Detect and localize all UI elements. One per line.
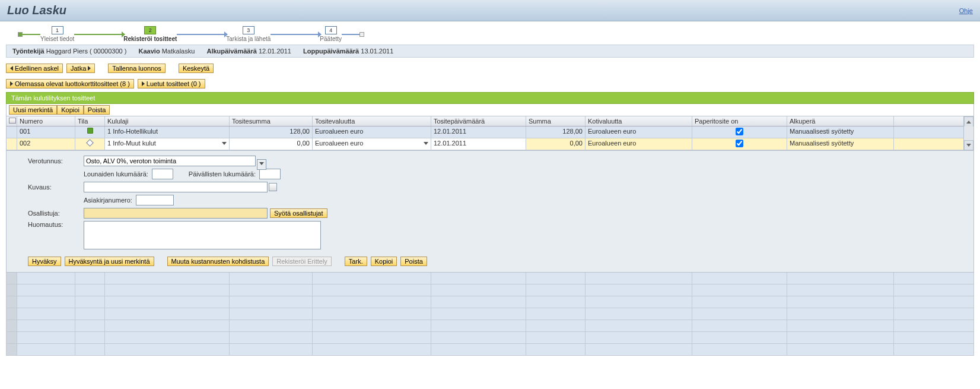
verotunnus-label: Verotunnus: (28, 157, 84, 165)
next-step-button[interactable]: Jatka (66, 64, 95, 73)
accept-and-new-button[interactable]: Hyväksyntä ja uusi merkintä (65, 257, 154, 266)
page-header: Luo Lasku Ohje (0, 0, 980, 21)
paper-receipt-checkbox[interactable] (736, 128, 743, 135)
triangle-right-icon (88, 66, 91, 71)
table-row[interactable]: 002 1 Info-Muut kulut 0,00 Euroalueen eu… (7, 138, 973, 150)
cell-tositesumma[interactable]: 0,00 (230, 138, 313, 150)
wizard-roadmap: 1 Yleiset tiedot 2 Rekisteröi tositteet … (0, 21, 980, 45)
wizard-step-1[interactable]: 1 Yleiset tiedot (40, 26, 74, 42)
row-selector[interactable] (7, 138, 17, 150)
delete-detail-button[interactable]: Poista (400, 257, 427, 266)
col-kululaji[interactable]: Kululaji (105, 116, 230, 126)
asiakirja-label: Asiakirjanumero: (84, 197, 132, 204)
cell-tositevaluutta[interactable]: Euroalueen euro (313, 138, 431, 150)
paper-receipt-checkbox[interactable] (736, 140, 743, 147)
syota-osallistujat-button[interactable]: Syötä osallistujat (270, 208, 327, 218)
dropdown-icon[interactable] (257, 159, 266, 170)
col-summa[interactable]: Summa (526, 116, 586, 126)
col-alkupera[interactable]: Alkuperä (787, 116, 894, 126)
page-title: Luo Lasku (7, 4, 66, 17)
table-row[interactable]: 001 1 Info-Hotellikulut 128,00 Euroaluee… (7, 126, 973, 138)
row-selector[interactable] (7, 126, 17, 138)
cell-paperitosite[interactable] (692, 126, 787, 138)
kuvaus-input[interactable] (84, 182, 268, 192)
cell-numero: 001 (17, 126, 75, 138)
cell-kululaji[interactable]: 1 Info-Muut kulut (105, 138, 230, 150)
cell-summa: 128,00 (526, 126, 586, 138)
triangle-left-icon (10, 66, 13, 71)
cell-paperitosite[interactable] (692, 138, 787, 150)
check-button[interactable]: Tark. (345, 257, 367, 266)
col-tositevaluutta[interactable]: Tositevaluutta (313, 116, 431, 126)
scroll-down-button[interactable] (964, 140, 973, 150)
cell-tositevaluutta: Euroalueen euro (313, 126, 431, 138)
verotunnus-select[interactable] (84, 156, 256, 166)
previous-step-button[interactable]: Edellinen askel (6, 64, 63, 73)
register-itemization-button: Rekisteröi Erittely (272, 257, 332, 266)
cell-kotivaluutta: Euroalueen euro (586, 138, 692, 150)
detail-action-row: Hyväksy Hyväksyntä ja uusi merkintä Muut… (28, 257, 968, 266)
receipt-toggles: Olemassa olevat luottokorttitositteet (8… (0, 79, 980, 92)
paivallisten-input[interactable] (259, 169, 281, 179)
dropdown-icon (424, 142, 428, 145)
copy-button[interactable]: Kopioi (57, 105, 84, 115)
asiakirja-input[interactable] (136, 195, 174, 205)
status-ok-icon (87, 128, 93, 134)
col-tositesumma[interactable]: Tositesumma (230, 116, 313, 126)
wizard-step-3[interactable]: 3 Tarkista ja lähetä (226, 26, 271, 42)
selector-icon (9, 118, 16, 124)
cell-tositepvm[interactable]: 12.01.2011 (431, 138, 526, 150)
save-draft-button[interactable]: Tallenna luonnos (108, 64, 166, 73)
cancel-button[interactable]: Keskeytä (179, 64, 214, 73)
huomautus-label: Huomautus: (28, 221, 84, 228)
trip-info-bar: Työntekijä Haggard Piers ( 00000300 ) Ka… (6, 45, 974, 58)
wizard-start-marker (18, 32, 23, 37)
copy-detail-button[interactable]: Kopioi (371, 257, 397, 266)
arrow-down-icon (966, 144, 971, 147)
read-receipts-toggle[interactable]: Luetut tositteet (0 ) (138, 79, 205, 88)
wizard-step-4[interactable]: 4 Päätetty (320, 26, 342, 42)
huomautus-textarea[interactable] (84, 221, 321, 249)
scroll-up-button[interactable] (964, 116, 973, 126)
cell-tila (75, 138, 105, 150)
kuvaus-label: Kuvaus: (28, 184, 84, 191)
empty-grid-rows (6, 273, 974, 356)
select-all-header[interactable] (7, 116, 17, 126)
cell-alkupera: Manuaalisesti syötetty (787, 138, 894, 150)
col-paperitosite[interactable]: Paperitosite on (692, 116, 787, 126)
col-kotivaluutta[interactable]: Kotivaluutta (586, 116, 692, 126)
change-cost-assignment-button[interactable]: Muuta kustannusten kohdistusta (167, 257, 269, 266)
cell-kotivaluutta: Euroalueen euro (586, 126, 692, 138)
cell-kululaji: 1 Info-Hotellikulut (105, 126, 230, 138)
triangle-right-icon (10, 81, 13, 86)
vertical-scrollbar[interactable] (963, 116, 973, 150)
col-tositepvm[interactable]: Tositepäivämäärä (431, 116, 526, 126)
lounaiden-input[interactable] (152, 169, 173, 179)
col-numero[interactable]: Numero (17, 116, 75, 126)
grid-header: Numero Tila Kululaji Tositesumma Tositev… (7, 116, 973, 126)
receipts-toolbar: Uusi merkintä Kopioi Poista (6, 104, 974, 116)
accept-button[interactable]: Hyväksy (28, 257, 61, 266)
cell-tositesumma: 128,00 (230, 126, 313, 138)
cell-tila (75, 126, 105, 138)
delete-button[interactable]: Poista (84, 105, 110, 115)
new-entry-button[interactable]: Uusi merkintä (9, 105, 57, 115)
arrow-up-icon (966, 121, 971, 124)
main-action-row: Edellinen askel Jatka Tallenna luonnos K… (0, 58, 980, 79)
receipts-grid: Numero Tila Kululaji Tositesumma Tositev… (6, 116, 974, 151)
cell-summa: 0,00 (526, 138, 586, 150)
section-title-bar: Tämän kulutilityksen tositteet (6, 92, 974, 104)
status-edit-icon (86, 139, 94, 147)
paivallisten-label: Päivällisten lukumäärä: (189, 170, 256, 178)
triangle-right-icon (142, 81, 145, 86)
osallistuja-label: Osallistuja: (28, 210, 84, 217)
expand-text-icon[interactable] (269, 183, 277, 191)
osallistuja-input (84, 208, 268, 219)
cell-numero: 002 (17, 138, 75, 150)
wizard-step-2[interactable]: 2 Rekisteröi tositteet (123, 26, 177, 42)
wizard-end-marker (359, 32, 364, 37)
help-link[interactable]: Ohje (959, 7, 973, 14)
col-tila[interactable]: Tila (75, 116, 105, 126)
cell-tositepvm: 12.01.2011 (431, 126, 526, 138)
creditcard-receipts-toggle[interactable]: Olemassa olevat luottokorttitositteet (8… (6, 79, 134, 88)
